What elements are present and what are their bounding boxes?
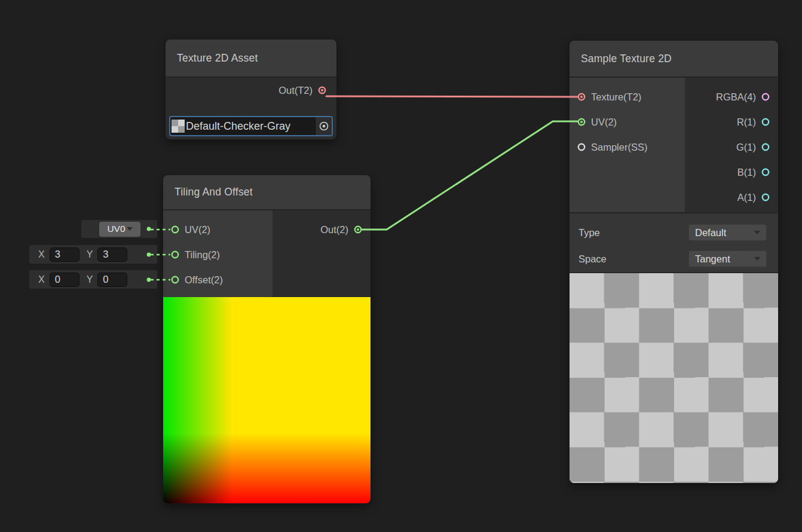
object-field-value: Default-Checker-Gray: [186, 120, 315, 133]
object-picker-button[interactable]: [315, 117, 332, 135]
offset-value-widget: X 0 Y 0: [29, 270, 157, 289]
port-uv2-input[interactable]: [171, 225, 179, 234]
port-offset2-input[interactable]: [171, 276, 179, 284]
connector-dot-offset: [146, 277, 152, 283]
port-row-a1: A(1): [685, 185, 778, 210]
port-section: Texture(T2) UV(2) Sampler(SS): [570, 78, 778, 212]
port-row-sampler: Sampler(SS): [570, 134, 685, 160]
node-header-sample-texture-2d[interactable]: Sample Texture 2D: [570, 41, 778, 78]
port-label: R(1): [737, 117, 756, 128]
node-sample-texture-2d[interactable]: Sample Texture 2D Texture(T2) UV(2): [570, 41, 778, 483]
port-ring: [763, 194, 769, 200]
chevron-down-icon: [754, 231, 760, 234]
space-row: Space Tangent: [570, 246, 778, 272]
edge-tilingoffset-out-to-sample-uv[interactable]: [362, 121, 577, 230]
uv-channel-value: UV0: [107, 224, 125, 234]
chevron-down-icon: [754, 257, 760, 261]
node-texture-2d-asset[interactable]: Texture 2D Asset Out(T2) Default-Checker…: [166, 39, 336, 139]
type-dropdown[interactable]: Default: [688, 224, 767, 241]
tiling-value-widget: X 3 Y 3: [29, 245, 157, 264]
port-row-texture: Texture(T2): [570, 84, 685, 109]
port-texture-t2-input[interactable]: [577, 93, 586, 101]
port-a1-output[interactable]: [761, 193, 770, 201]
port-dot: [580, 96, 583, 98]
dot: [147, 277, 151, 282]
sampled-texture-preview: [570, 272, 778, 483]
node-settings-section: Type Default Space Tangent: [570, 212, 778, 272]
port-tiling2-input[interactable]: [171, 250, 179, 259]
port-ring: [578, 144, 584, 150]
x-label: X: [38, 274, 45, 285]
port-label: RGBA(4): [716, 91, 756, 103]
port-label: UV(2): [185, 224, 210, 236]
node-title: Tiling And Offset: [175, 186, 253, 198]
port-section: UV(2) Tiling(2) Offset(2) Out(2): [163, 210, 371, 297]
type-dropdown-value: Default: [695, 227, 753, 239]
port-row-b1: B(1): [685, 160, 778, 185]
port-r1-output[interactable]: [761, 118, 770, 126]
port-row-r1: R(1): [685, 109, 778, 134]
space-dropdown-value: Tangent: [695, 253, 753, 265]
output-column: RGBA(4) R(1) G(1): [685, 78, 778, 212]
dot: [147, 252, 151, 256]
offset-y-field[interactable]: 0: [97, 273, 127, 287]
port-row-out-t2: Out(T2): [166, 78, 336, 103]
uv-channel-dropdown[interactable]: UV0: [99, 222, 140, 237]
tiling-y-field[interactable]: 3: [97, 247, 127, 262]
texture-thumbnail-icon: [172, 120, 185, 133]
port-label: Out(2): [320, 224, 348, 236]
offset-x-field[interactable]: 0: [50, 273, 79, 287]
port-uv2-input[interactable]: [577, 118, 586, 126]
uv-gradient-preview: [163, 297, 371, 503]
input-column: UV(2) Tiling(2) Offset(2): [163, 210, 273, 297]
port-label: Offset(2): [185, 274, 223, 286]
uv-channel-widget: UV0: [81, 220, 157, 238]
port-row-offset: Offset(2): [163, 267, 273, 292]
port-ring: [763, 169, 769, 175]
port-dot: [357, 228, 359, 231]
port-label: Tiling(2): [185, 249, 220, 261]
node-header-tiling-and-offset[interactable]: Tiling And Offset: [163, 175, 371, 210]
port-ring: [763, 119, 769, 125]
node-title: Sample Texture 2D: [581, 53, 672, 65]
node-header-texture-2d-asset[interactable]: Texture 2D Asset: [166, 39, 336, 78]
port-b1-output[interactable]: [761, 168, 770, 176]
output-column: Out(2): [273, 210, 371, 297]
input-column: Texture(T2) UV(2) Sampler(SS): [570, 78, 685, 212]
node-body: Out(T2) Default-Checker-Gray: [166, 78, 336, 139]
x-label: X: [38, 249, 45, 260]
shader-graph-canvas[interactable]: Texture 2D Asset Out(T2) Default-Checker…: [0, 0, 802, 532]
port-row-out2: Out(2): [273, 217, 371, 242]
port-row-g1: G(1): [685, 134, 778, 160]
port-label: Sampler(SS): [591, 142, 647, 153]
texture-object-field[interactable]: Default-Checker-Gray: [169, 116, 333, 136]
space-dropdown[interactable]: Tangent: [688, 250, 767, 267]
chevron-down-icon: [127, 227, 133, 231]
node-title: Texture 2D Asset: [177, 52, 258, 65]
connector-dot-uv: [146, 226, 152, 232]
port-row-uv: UV(2): [163, 217, 273, 242]
y-label: Y: [87, 249, 93, 260]
type-row: Type Default: [570, 219, 778, 246]
edge-textureasset-out-to-sample-texture[interactable]: [326, 96, 577, 97]
node-tiling-and-offset[interactable]: Tiling And Offset UV(2) Tiling(2): [163, 175, 371, 503]
port-sampler-ss-input[interactable]: [577, 143, 586, 151]
port-ring: [172, 277, 178, 283]
dot: [147, 227, 151, 231]
port-row-uv: UV(2): [570, 109, 685, 134]
space-label: Space: [578, 253, 688, 265]
port-label: Texture(T2): [591, 91, 641, 103]
port-label: G(1): [736, 142, 756, 153]
connector-dot-tiling: [146, 252, 152, 258]
port-ring: [763, 144, 769, 150]
port-label: B(1): [737, 167, 756, 178]
port-g1-output[interactable]: [761, 143, 770, 151]
port-out2-output[interactable]: [354, 225, 362, 234]
port-dot: [321, 89, 323, 91]
tiling-x-field[interactable]: 3: [50, 247, 79, 262]
port-dot: [580, 121, 583, 123]
port-rgba4-output[interactable]: [761, 93, 770, 101]
port-out-t2[interactable]: [318, 86, 326, 94]
type-label: Type: [578, 227, 688, 239]
port-ring: [172, 227, 178, 233]
